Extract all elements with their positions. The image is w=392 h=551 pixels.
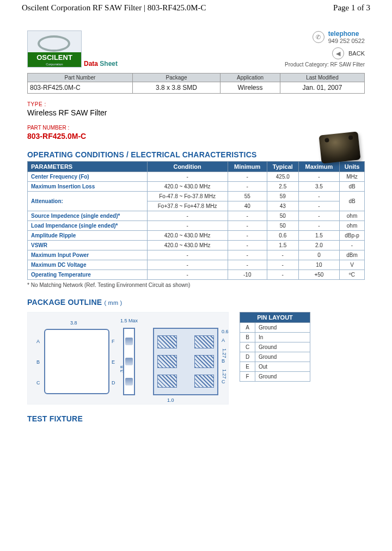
dim-pad-h: 0.6 [222,329,229,334]
spec-cell: +50 [298,270,339,280]
spec-param: Center Frequency (Fo) [28,172,148,182]
spec-cell: - [228,260,267,270]
spec-param: Maximum DC Voltage [28,260,148,270]
pin-letter: B [240,333,255,342]
pin-function: Ground [255,323,310,333]
spec-header: Units [340,162,365,172]
logo-name: OSCILENT [28,52,81,63]
spec-param: Maximum Input Power [28,250,148,260]
spec-cell: 420.0 ~ 430.0 MHz [147,182,228,192]
pin-function: Ground [255,342,310,352]
spec-cell: - [147,221,228,231]
header-left: Oscilent Corporation RF SAW Filter | 803… [22,3,206,13]
spec-unit: ºC [340,270,365,280]
spec-cell: 1.5 [267,241,298,250]
spec-unit: - [340,241,365,250]
pin-letter: C [240,342,255,352]
spec-header: Maximum [298,162,339,172]
spec-row: Center Frequency (Fo)--425.0-MHz [28,172,365,182]
pin-row: FGround [240,372,310,382]
spec-row: Source Impedence (single ended)*--50-ohm [28,211,365,221]
summary-package: 3.8 x 3.8 SMD [132,82,220,94]
spec-cell: - [298,221,339,231]
spec-header: Typical [267,162,298,172]
logo-sub: Corporation [28,63,81,67]
section-test-fixture: TEST FIXTURE [27,414,365,423]
spec-cell: - [228,231,267,241]
spec-cell: - [147,270,228,280]
spec-row: Attenuation:Fo-47.8 ~ Fo-37.8 MHz5559-dB [28,192,365,201]
pin-function: In [255,333,310,342]
pin-letter: F [240,372,255,382]
back-label[interactable]: BACK [348,50,365,57]
spec-cell: 40 [228,201,267,211]
summary-header: Package [132,74,220,82]
spec-cell: 1.5 [298,231,339,241]
back-icon[interactable]: ◀ [332,47,344,59]
spec-unit: ohm [340,221,365,231]
spec-cell: Fo-47.8 ~ Fo-37.8 MHz [147,192,228,201]
spec-cell: 2.0 [298,241,339,250]
pin-letter: A [240,323,255,333]
spec-cell: 0 [298,250,339,260]
pin-row: BIn [240,333,310,342]
pin-function: Ground [255,352,310,362]
spec-cell: - [267,250,298,260]
spec-cell: 50 [267,221,298,231]
summary-part-number: 803-RF425.0M-C [28,82,133,94]
spec-cell: 59 [267,192,298,201]
pin-letter: E [240,362,255,372]
spec-cell: - [147,260,228,270]
contact-block: ✆ telephone 949 252 0522 ◀ BACK Product … [285,30,365,68]
summary-table: Part Number Package Application Last Mod… [27,73,365,94]
spec-cell: 3.5 [298,182,339,192]
spec-cell: 0.6 [267,231,298,241]
dim-pitch2: 1.27 [222,369,227,379]
spec-cell: Fo+37.8 ~ Fo+47.8 MHz [147,201,228,211]
dim-pitch1: 1.27 [222,348,227,358]
spec-unit: dB [340,182,365,192]
pin-function: Out [255,362,310,372]
spec-header: Minimum [228,162,267,172]
spec-cell: - [267,260,298,270]
spec-cell: - [298,172,339,182]
spec-cell: - [228,182,267,192]
spec-cell: 50 [267,211,298,221]
spec-cell: - [147,250,228,260]
spec-table: PARAMETERS Condition Minimum Typical Max… [27,161,365,280]
spec-unit: dBp-p [340,231,365,241]
section-package: PACKAGE OUTLINE ( mm ) [27,298,365,307]
part-number-label: PART NUMBER : [27,125,365,131]
spec-cell: 420.0 ~ 430.0 MHz [147,231,228,241]
summary-header: Part Number [28,74,133,82]
spec-row: VSWR420.0 ~ 430.0 MHz-1.52.0- [28,241,365,250]
spec-header: PARAMETERS [28,162,148,172]
spec-row: Load Impendance (single ended)*--50-ohm [28,221,365,231]
spec-param: Maximum Insertion Loss [28,182,148,192]
spec-param: VSWR [28,241,148,250]
spec-cell: 55 [228,192,267,201]
spec-row: Amplitude Ripple420.0 ~ 430.0 MHz-0.61.5… [28,231,365,241]
spec-cell: - [147,172,228,182]
spec-cell: - [147,211,228,221]
spec-cell: - [228,211,267,221]
spec-cell: 2.5 [267,182,298,192]
spec-param: Operating Temperature [28,270,148,280]
spec-unit: dB [340,192,365,211]
summary-header: Last Modified [280,74,364,82]
spec-row: Operating Temperature--10-+50ºC [28,270,365,280]
spec-header: Condition [147,162,228,172]
part-number-value: 803-RF425.0M-C [27,132,365,140]
spec-cell: - [228,172,267,182]
package-drawing: 3.8 1.5 Max A B C F E D 3.8 0.6 A B C 1.… [27,312,229,405]
type-value: Wireless RF SAW Filter [27,108,365,117]
spec-unit: V [340,260,365,270]
section-operating: OPERATING CONDITIONS / ELECTRICAL CHARAC… [27,150,365,159]
phone-number: 949 252 0522 [328,38,365,44]
spec-cell: - [267,270,298,280]
dim-thickness: 1.5 Max [120,318,138,323]
company-logo: OSCILENT Corporation [27,30,82,68]
header-right: Page 1 of 3 [333,3,370,13]
spec-param: Source Impedence (single ended)* [28,211,148,221]
product-category-label: Product Category: [285,62,329,68]
